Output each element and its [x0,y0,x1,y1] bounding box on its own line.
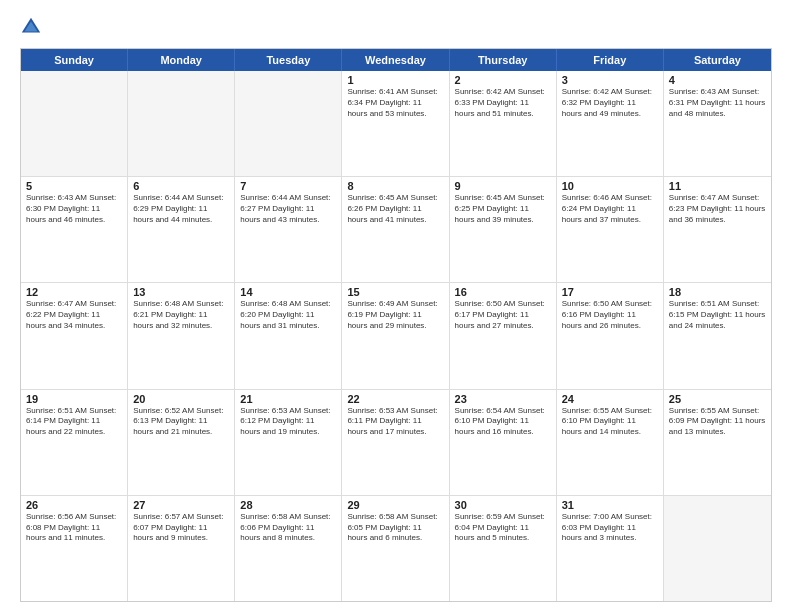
calendar-cell-22: 22Sunrise: 6:53 AM Sunset: 6:11 PM Dayli… [342,390,449,495]
day-number: 11 [669,180,766,192]
calendar-row-1: 5Sunrise: 6:43 AM Sunset: 6:30 PM Daylig… [21,177,771,283]
calendar-body: 1Sunrise: 6:41 AM Sunset: 6:34 PM Daylig… [21,71,771,601]
calendar-cell-empty [664,496,771,601]
cell-info: Sunrise: 6:45 AM Sunset: 6:25 PM Dayligh… [455,193,551,225]
calendar-cell-14: 14Sunrise: 6:48 AM Sunset: 6:20 PM Dayli… [235,283,342,388]
cell-info: Sunrise: 6:52 AM Sunset: 6:13 PM Dayligh… [133,406,229,438]
calendar-row-2: 12Sunrise: 6:47 AM Sunset: 6:22 PM Dayli… [21,283,771,389]
calendar-cell-31: 31Sunrise: 7:00 AM Sunset: 6:03 PM Dayli… [557,496,664,601]
day-number: 12 [26,286,122,298]
cell-info: Sunrise: 6:43 AM Sunset: 6:30 PM Dayligh… [26,193,122,225]
calendar-cell-15: 15Sunrise: 6:49 AM Sunset: 6:19 PM Dayli… [342,283,449,388]
calendar-cell-17: 17Sunrise: 6:50 AM Sunset: 6:16 PM Dayli… [557,283,664,388]
day-number: 3 [562,74,658,86]
calendar-cell-24: 24Sunrise: 6:55 AM Sunset: 6:10 PM Dayli… [557,390,664,495]
logo-icon [20,16,42,38]
day-number: 13 [133,286,229,298]
weekday-header-wednesday: Wednesday [342,49,449,71]
day-number: 16 [455,286,551,298]
weekday-header-tuesday: Tuesday [235,49,342,71]
calendar-cell-26: 26Sunrise: 6:56 AM Sunset: 6:08 PM Dayli… [21,496,128,601]
day-number: 17 [562,286,658,298]
day-number: 25 [669,393,766,405]
day-number: 30 [455,499,551,511]
day-number: 21 [240,393,336,405]
cell-info: Sunrise: 6:53 AM Sunset: 6:12 PM Dayligh… [240,406,336,438]
calendar-cell-21: 21Sunrise: 6:53 AM Sunset: 6:12 PM Dayli… [235,390,342,495]
calendar-cell-13: 13Sunrise: 6:48 AM Sunset: 6:21 PM Dayli… [128,283,235,388]
weekday-header-monday: Monday [128,49,235,71]
calendar-cell-18: 18Sunrise: 6:51 AM Sunset: 6:15 PM Dayli… [664,283,771,388]
cell-info: Sunrise: 6:55 AM Sunset: 6:09 PM Dayligh… [669,406,766,438]
day-number: 2 [455,74,551,86]
day-number: 19 [26,393,122,405]
cell-info: Sunrise: 6:56 AM Sunset: 6:08 PM Dayligh… [26,512,122,544]
cell-info: Sunrise: 6:48 AM Sunset: 6:21 PM Dayligh… [133,299,229,331]
cell-info: Sunrise: 6:58 AM Sunset: 6:06 PM Dayligh… [240,512,336,544]
cell-info: Sunrise: 6:57 AM Sunset: 6:07 PM Dayligh… [133,512,229,544]
calendar-cell-5: 5Sunrise: 6:43 AM Sunset: 6:30 PM Daylig… [21,177,128,282]
calendar-cell-28: 28Sunrise: 6:58 AM Sunset: 6:06 PM Dayli… [235,496,342,601]
header [20,16,772,38]
day-number: 29 [347,499,443,511]
day-number: 28 [240,499,336,511]
cell-info: Sunrise: 6:54 AM Sunset: 6:10 PM Dayligh… [455,406,551,438]
logo [20,16,46,38]
calendar-cell-19: 19Sunrise: 6:51 AM Sunset: 6:14 PM Dayli… [21,390,128,495]
day-number: 5 [26,180,122,192]
cell-info: Sunrise: 6:51 AM Sunset: 6:14 PM Dayligh… [26,406,122,438]
calendar: SundayMondayTuesdayWednesdayThursdayFrid… [20,48,772,602]
day-number: 20 [133,393,229,405]
day-number: 4 [669,74,766,86]
calendar-cell-27: 27Sunrise: 6:57 AM Sunset: 6:07 PM Dayli… [128,496,235,601]
cell-info: Sunrise: 7:00 AM Sunset: 6:03 PM Dayligh… [562,512,658,544]
cell-info: Sunrise: 6:45 AM Sunset: 6:26 PM Dayligh… [347,193,443,225]
cell-info: Sunrise: 6:49 AM Sunset: 6:19 PM Dayligh… [347,299,443,331]
day-number: 10 [562,180,658,192]
day-number: 31 [562,499,658,511]
cell-info: Sunrise: 6:46 AM Sunset: 6:24 PM Dayligh… [562,193,658,225]
page: SundayMondayTuesdayWednesdayThursdayFrid… [0,0,792,612]
calendar-row-3: 19Sunrise: 6:51 AM Sunset: 6:14 PM Dayli… [21,390,771,496]
cell-info: Sunrise: 6:50 AM Sunset: 6:17 PM Dayligh… [455,299,551,331]
day-number: 15 [347,286,443,298]
day-number: 1 [347,74,443,86]
day-number: 18 [669,286,766,298]
cell-info: Sunrise: 6:50 AM Sunset: 6:16 PM Dayligh… [562,299,658,331]
cell-info: Sunrise: 6:53 AM Sunset: 6:11 PM Dayligh… [347,406,443,438]
weekday-header-thursday: Thursday [450,49,557,71]
cell-info: Sunrise: 6:48 AM Sunset: 6:20 PM Dayligh… [240,299,336,331]
calendar-cell-3: 3Sunrise: 6:42 AM Sunset: 6:32 PM Daylig… [557,71,664,176]
calendar-cell-empty [21,71,128,176]
day-number: 14 [240,286,336,298]
calendar-cell-30: 30Sunrise: 6:59 AM Sunset: 6:04 PM Dayli… [450,496,557,601]
calendar-cell-4: 4Sunrise: 6:43 AM Sunset: 6:31 PM Daylig… [664,71,771,176]
weekday-header-sunday: Sunday [21,49,128,71]
calendar-cell-empty [235,71,342,176]
cell-info: Sunrise: 6:55 AM Sunset: 6:10 PM Dayligh… [562,406,658,438]
day-number: 8 [347,180,443,192]
calendar-cell-10: 10Sunrise: 6:46 AM Sunset: 6:24 PM Dayli… [557,177,664,282]
weekday-header-friday: Friday [557,49,664,71]
day-number: 9 [455,180,551,192]
calendar-cell-12: 12Sunrise: 6:47 AM Sunset: 6:22 PM Dayli… [21,283,128,388]
calendar-cell-23: 23Sunrise: 6:54 AM Sunset: 6:10 PM Dayli… [450,390,557,495]
cell-info: Sunrise: 6:42 AM Sunset: 6:33 PM Dayligh… [455,87,551,119]
cell-info: Sunrise: 6:44 AM Sunset: 6:29 PM Dayligh… [133,193,229,225]
calendar-row-4: 26Sunrise: 6:56 AM Sunset: 6:08 PM Dayli… [21,496,771,601]
day-number: 23 [455,393,551,405]
day-number: 7 [240,180,336,192]
calendar-cell-empty [128,71,235,176]
cell-info: Sunrise: 6:51 AM Sunset: 6:15 PM Dayligh… [669,299,766,331]
cell-info: Sunrise: 6:41 AM Sunset: 6:34 PM Dayligh… [347,87,443,119]
calendar-row-0: 1Sunrise: 6:41 AM Sunset: 6:34 PM Daylig… [21,71,771,177]
cell-info: Sunrise: 6:43 AM Sunset: 6:31 PM Dayligh… [669,87,766,119]
cell-info: Sunrise: 6:47 AM Sunset: 6:23 PM Dayligh… [669,193,766,225]
calendar-cell-11: 11Sunrise: 6:47 AM Sunset: 6:23 PM Dayli… [664,177,771,282]
calendar-cell-20: 20Sunrise: 6:52 AM Sunset: 6:13 PM Dayli… [128,390,235,495]
day-number: 22 [347,393,443,405]
calendar-cell-7: 7Sunrise: 6:44 AM Sunset: 6:27 PM Daylig… [235,177,342,282]
calendar-cell-2: 2Sunrise: 6:42 AM Sunset: 6:33 PM Daylig… [450,71,557,176]
calendar-cell-9: 9Sunrise: 6:45 AM Sunset: 6:25 PM Daylig… [450,177,557,282]
calendar-cell-29: 29Sunrise: 6:58 AM Sunset: 6:05 PM Dayli… [342,496,449,601]
